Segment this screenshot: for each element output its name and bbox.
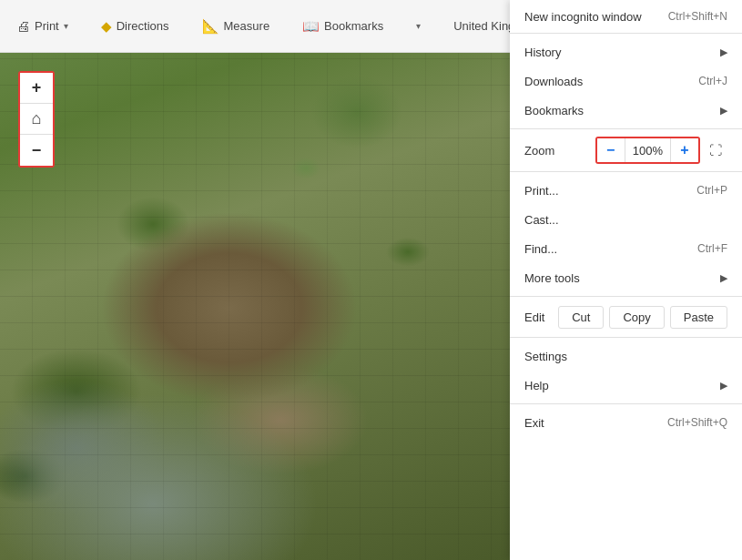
- directions-label: Directions: [117, 19, 169, 33]
- edit-row: Edit Cut Copy Paste: [510, 300, 742, 333]
- exit-shortcut: Ctrl+Shift+Q: [667, 416, 727, 429]
- print-item[interactable]: Print... Ctrl+P: [510, 176, 742, 205]
- measure-button[interactable]: 📐 Measure: [193, 13, 280, 40]
- zoom-plus-button[interactable]: +: [671, 138, 698, 162]
- bookmarks-arrow-icon: ▶: [720, 105, 727, 117]
- downloads-shortcut: Ctrl+J: [698, 75, 727, 87]
- map-background: [0, 0, 510, 560]
- chrome-menu: New incognito window Ctrl+Shift+N Histor…: [510, 0, 742, 560]
- print-dropdown-arrow: ▾: [64, 21, 68, 31]
- measure-icon: 📐: [202, 18, 219, 35]
- exit-label: Exit: [524, 416, 653, 430]
- zoom-row: Zoom − 100% + ⛶: [510, 133, 742, 168]
- more-tools-label: More tools: [524, 271, 713, 285]
- settings-label: Settings: [524, 350, 727, 363]
- more-tools-item[interactable]: More tools ▶: [510, 263, 742, 292]
- directions-button[interactable]: ◆ Directions: [92, 13, 178, 40]
- help-label: Help: [524, 379, 713, 392]
- print-label: Print: [35, 19, 59, 33]
- menu-separator-4: [510, 296, 742, 297]
- print-button[interactable]: 🖨 Print ▾: [7, 13, 77, 39]
- exit-item[interactable]: Exit Ctrl+Shift+Q: [510, 408, 742, 437]
- measure-label: Measure: [224, 19, 270, 33]
- home-button[interactable]: ⌂: [20, 104, 53, 135]
- help-arrow-icon: ▶: [720, 380, 727, 392]
- cast-label: Cast...: [524, 213, 727, 227]
- find-label: Find...: [524, 242, 683, 256]
- bookmarks-item[interactable]: Bookmarks ▶: [510, 96, 742, 125]
- print-shortcut: Ctrl+P: [696, 184, 727, 197]
- paste-button[interactable]: Paste: [670, 306, 727, 329]
- chevron-down-icon: ▾: [416, 21, 421, 31]
- dropdown-button[interactable]: ▾: [407, 15, 430, 36]
- cut-button[interactable]: Cut: [558, 306, 604, 329]
- new-incognito-item[interactable]: New incognito window Ctrl+Shift+N: [510, 4, 742, 29]
- directions-icon: ◆: [101, 18, 112, 35]
- history-item[interactable]: History ▶: [510, 37, 742, 66]
- bookmarks-label: Bookmarks: [324, 19, 383, 33]
- menu-separator-6: [510, 403, 742, 404]
- edit-label: Edit: [524, 311, 553, 324]
- zoom-in-button[interactable]: +: [20, 73, 53, 104]
- cast-item[interactable]: Cast...: [510, 205, 742, 234]
- new-incognito-shortcut: Ctrl+Shift+N: [668, 10, 727, 23]
- toolbar: 🖨 Print ▾ ◆ Directions 📐 Measure 📖 Bookm…: [0, 0, 510, 53]
- history-arrow-icon: ▶: [720, 46, 727, 58]
- bookmarks-button[interactable]: 📖 Bookmarks: [293, 13, 392, 40]
- more-tools-arrow-icon: ▶: [720, 272, 727, 284]
- zoom-minus-button[interactable]: −: [597, 138, 625, 162]
- menu-separator-2: [510, 128, 742, 129]
- help-item[interactable]: Help ▶: [510, 371, 742, 400]
- bookmarks-icon: 📖: [302, 18, 320, 35]
- new-incognito-label: New incognito window: [524, 10, 654, 24]
- zoom-controls: − 100% +: [595, 137, 700, 164]
- settings-item[interactable]: Settings: [510, 341, 742, 371]
- menu-separator-1: [510, 33, 742, 34]
- downloads-label: Downloads: [524, 75, 684, 88]
- zoom-label: Zoom: [524, 144, 595, 158]
- copy-button[interactable]: Copy: [609, 306, 664, 329]
- zoom-out-button[interactable]: −: [20, 135, 53, 166]
- zoom-value: 100%: [625, 138, 671, 162]
- history-label: History: [524, 46, 713, 59]
- fullscreen-button[interactable]: ⛶: [704, 138, 727, 162]
- print-menu-label: Print...: [524, 184, 682, 198]
- find-item[interactable]: Find... Ctrl+F: [510, 234, 742, 263]
- downloads-item[interactable]: Downloads Ctrl+J: [510, 66, 742, 96]
- menu-separator-3: [510, 171, 742, 172]
- find-shortcut: Ctrl+F: [697, 242, 727, 255]
- map-controls: + ⌂ −: [18, 71, 55, 168]
- menu-separator-5: [510, 337, 742, 338]
- bookmarks-menu-label: Bookmarks: [524, 104, 713, 117]
- print-icon: 🖨: [16, 18, 30, 34]
